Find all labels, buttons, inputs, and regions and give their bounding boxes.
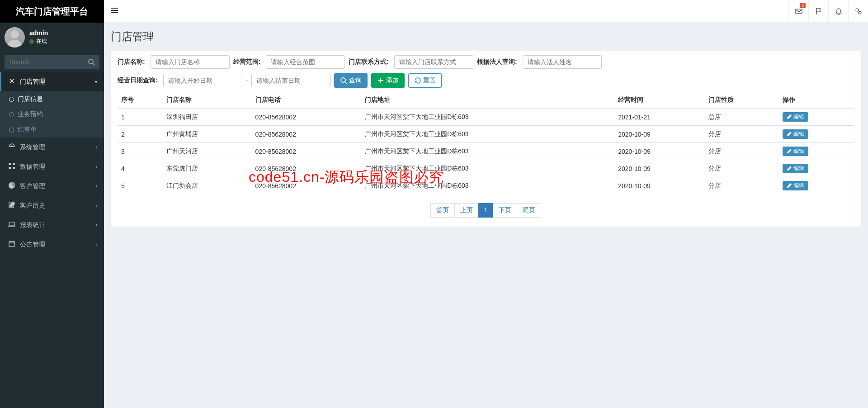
content-box: 门店名称: 经营范围: 门店联系方式: 根据法人查询: 经营日期查询: - [111,51,861,227]
circle-icon [9,128,14,133]
edit-button[interactable]: 编辑 [783,181,808,190]
chevron-left-icon: ‹ [96,184,97,189]
nav-toggle-button[interactable] [104,7,125,16]
filter-contact-input[interactable] [394,55,473,69]
table-cell-no: 2 [118,126,163,143]
laptop-icon [8,221,15,229]
sidebar-item-3[interactable]: 客户管理‹ [0,176,104,196]
svg-rect-5 [9,167,11,169]
logo-text: 汽车门店管理平台 [16,5,88,18]
table-cell-name: 广州天河店 [163,143,251,160]
edit-button[interactable]: 编辑 [783,129,808,139]
table-header: 门店名称 [163,92,251,108]
filter-name-input[interactable] [151,55,230,69]
sidebar-item-label: 数据管理 [20,163,45,171]
pencil-icon [787,114,792,119]
table-header: 门店电话 [252,92,362,108]
settings-button[interactable] [848,0,868,23]
svg-rect-8 [9,222,14,226]
sidebar-item-label: 系统管理 [20,143,45,152]
svg-rect-1 [5,27,25,47]
sidebar-item-2[interactable]: 数据管理‹ [0,157,104,176]
sidebar-item-label: 公告管理 [20,241,45,249]
sidebar-subitem-0-2[interactable]: 结算单 [0,122,104,138]
page-last[interactable]: 尾页 [517,203,541,218]
table-cell-type: 分店 [705,143,779,160]
circle-icon [9,97,14,102]
user-status: 在线 [29,38,48,45]
sidebar-item-label: 客户管理 [20,182,45,190]
search-input[interactable] [5,55,99,69]
sidebar-subitem-0-1[interactable]: 业务预约 [0,107,104,122]
table-cell-address: 广州市天河区棠下大地工业园D栋603 [361,108,614,126]
table-cell-date: 2020-10-09 [614,160,705,177]
svg-rect-9 [9,242,14,247]
topbar: 3 [104,0,868,23]
filter-end-date-input[interactable] [251,74,330,87]
table-cell-name: 江门新会店 [163,177,251,195]
chevron-left-icon: ‹ [96,203,97,208]
avatar[interactable] [5,27,25,47]
table-cell-type: 分店 [705,177,779,195]
calendar-icon [8,240,15,249]
stores-table: 序号门店名称门店电话门店地址经营时间门店性质操作 1深圳福田店020-85628… [118,92,854,194]
date-separator: - [246,77,248,84]
sidebar-item-0[interactable]: 门店管理▾ [0,72,104,91]
filter-legal-label: 根据法人查询: [477,58,517,66]
pie-icon [8,182,15,190]
table-cell-name: 东莞虎门店 [163,160,251,177]
notifications-button[interactable] [828,0,848,23]
sidebar-item-6[interactable]: 公告管理‹ [0,235,104,254]
svg-rect-4 [13,163,15,165]
sidebar-item-1[interactable]: 系统管理‹ [0,138,104,157]
edit-icon [8,201,15,210]
filter-contact-label: 门店联系方式: [349,58,389,66]
add-button[interactable]: 添加 [371,73,405,88]
sidebar-subitem-0-0[interactable]: 门店信息 [0,91,104,107]
filter-row-2: 经营日期查询: - 查询 添加 重置 [118,73,854,88]
dashboard-icon [8,143,15,152]
sidebar-search [5,55,99,69]
grid-icon [8,162,15,171]
page-current[interactable]: 1 [478,203,494,218]
edit-button[interactable]: 编辑 [783,147,808,156]
sidebar-item-5[interactable]: 报表统计‹ [0,215,104,235]
table-cell-address: 广州市天河区棠下大地工业园D栋603 [361,126,614,143]
search-icon[interactable] [88,58,95,67]
edit-button[interactable]: 编辑 [783,112,808,122]
table-cell-no: 4 [118,160,163,177]
filter-row-1: 门店名称: 经营范围: 门店联系方式: 根据法人查询: [118,55,854,69]
table-cell-type: 分店 [705,126,779,143]
flag-button[interactable] [808,0,828,23]
table-header: 序号 [118,92,163,108]
edit-button[interactable]: 编辑 [783,164,808,173]
filter-start-date-input[interactable] [163,74,242,87]
reset-button[interactable]: 重置 [408,73,442,88]
table-header: 经营时间 [614,92,705,108]
logo[interactable]: 汽车门店管理平台 [0,0,104,23]
sidebar-item-4[interactable]: 客户历史‹ [0,196,104,215]
table-cell-type: 总店 [705,108,779,126]
table-cell-name: 广州黄埔店 [163,126,251,143]
table-cell-address: 广州市天河区棠下大地工业园D栋603 [361,177,614,195]
filter-scope-input[interactable] [266,55,345,69]
refresh-icon [414,77,421,84]
table-cell-phone: 020-85628002 [252,177,362,195]
chevron-left-icon: ‹ [96,223,97,228]
table-row: 2广州黄埔店020-85628002广州市天河区棠下大地工业园D栋6032020… [118,126,854,143]
query-button[interactable]: 查询 [334,73,368,88]
page-next[interactable]: 下页 [493,203,517,218]
user-name: admin [29,29,48,37]
main: 3 门店管理 门店名称: 经营范围: [104,0,868,408]
table-cell-address: 广州市天河区棠下大地工业园D栋603 [361,160,614,177]
svg-rect-6 [13,167,15,169]
nav-tree: 门店管理▾门店信息业务预约结算单系统管理‹数据管理‹客户管理‹客户历史‹报表统计… [0,72,104,254]
table-header: 操作 [779,92,854,108]
joomla-icon [8,77,15,86]
table-cell-phone: 020-85628002 [252,143,362,160]
filter-legal-input[interactable] [523,55,602,69]
page-title: 门店管理 [111,29,861,44]
page-prev[interactable]: 上页 [454,203,479,218]
messages-button[interactable]: 3 [788,0,808,23]
page-first[interactable]: 首页 [430,203,455,218]
